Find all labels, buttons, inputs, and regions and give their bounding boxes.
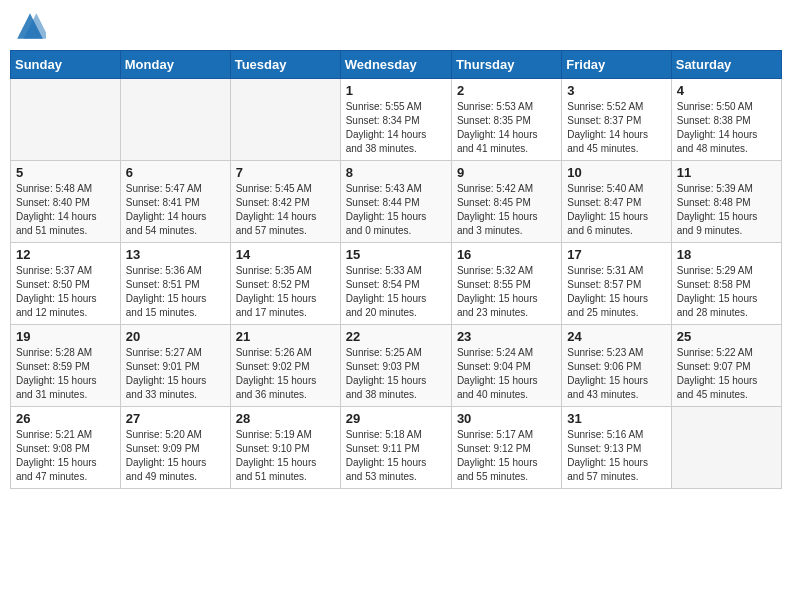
day-number: 12 <box>16 247 115 262</box>
calendar-cell: 1Sunrise: 5:55 AM Sunset: 8:34 PM Daylig… <box>340 79 451 161</box>
calendar-cell: 27Sunrise: 5:20 AM Sunset: 9:09 PM Dayli… <box>120 407 230 489</box>
day-number: 17 <box>567 247 665 262</box>
cell-info: Sunrise: 5:39 AM Sunset: 8:48 PM Dayligh… <box>677 182 776 238</box>
calendar-cell: 19Sunrise: 5:28 AM Sunset: 8:59 PM Dayli… <box>11 325 121 407</box>
day-number: 18 <box>677 247 776 262</box>
cell-info: Sunrise: 5:22 AM Sunset: 9:07 PM Dayligh… <box>677 346 776 402</box>
cell-info: Sunrise: 5:23 AM Sunset: 9:06 PM Dayligh… <box>567 346 665 402</box>
cell-info: Sunrise: 5:50 AM Sunset: 8:38 PM Dayligh… <box>677 100 776 156</box>
day-number: 25 <box>677 329 776 344</box>
calendar-cell: 6Sunrise: 5:47 AM Sunset: 8:41 PM Daylig… <box>120 161 230 243</box>
calendar-cell: 16Sunrise: 5:32 AM Sunset: 8:55 PM Dayli… <box>451 243 561 325</box>
calendar-cell: 23Sunrise: 5:24 AM Sunset: 9:04 PM Dayli… <box>451 325 561 407</box>
day-number: 2 <box>457 83 556 98</box>
header-saturday: Saturday <box>671 51 781 79</box>
calendar-cell: 11Sunrise: 5:39 AM Sunset: 8:48 PM Dayli… <box>671 161 781 243</box>
calendar-cell <box>230 79 340 161</box>
calendar-cell: 18Sunrise: 5:29 AM Sunset: 8:58 PM Dayli… <box>671 243 781 325</box>
calendar-cell: 4Sunrise: 5:50 AM Sunset: 8:38 PM Daylig… <box>671 79 781 161</box>
calendar-cell <box>11 79 121 161</box>
cell-info: Sunrise: 5:37 AM Sunset: 8:50 PM Dayligh… <box>16 264 115 320</box>
cell-info: Sunrise: 5:31 AM Sunset: 8:57 PM Dayligh… <box>567 264 665 320</box>
calendar-cell: 17Sunrise: 5:31 AM Sunset: 8:57 PM Dayli… <box>562 243 671 325</box>
calendar-cell: 12Sunrise: 5:37 AM Sunset: 8:50 PM Dayli… <box>11 243 121 325</box>
calendar-cell: 25Sunrise: 5:22 AM Sunset: 9:07 PM Dayli… <box>671 325 781 407</box>
day-number: 6 <box>126 165 225 180</box>
cell-info: Sunrise: 5:25 AM Sunset: 9:03 PM Dayligh… <box>346 346 446 402</box>
calendar-cell: 29Sunrise: 5:18 AM Sunset: 9:11 PM Dayli… <box>340 407 451 489</box>
calendar-week-1: 1Sunrise: 5:55 AM Sunset: 8:34 PM Daylig… <box>11 79 782 161</box>
day-number: 11 <box>677 165 776 180</box>
day-number: 27 <box>126 411 225 426</box>
day-number: 14 <box>236 247 335 262</box>
calendar-cell <box>120 79 230 161</box>
calendar-cell: 10Sunrise: 5:40 AM Sunset: 8:47 PM Dayli… <box>562 161 671 243</box>
day-number: 26 <box>16 411 115 426</box>
header-wednesday: Wednesday <box>340 51 451 79</box>
day-number: 15 <box>346 247 446 262</box>
logo-icon <box>14 10 46 42</box>
header-sunday: Sunday <box>11 51 121 79</box>
cell-info: Sunrise: 5:17 AM Sunset: 9:12 PM Dayligh… <box>457 428 556 484</box>
cell-info: Sunrise: 5:20 AM Sunset: 9:09 PM Dayligh… <box>126 428 225 484</box>
calendar-cell: 2Sunrise: 5:53 AM Sunset: 8:35 PM Daylig… <box>451 79 561 161</box>
cell-info: Sunrise: 5:53 AM Sunset: 8:35 PM Dayligh… <box>457 100 556 156</box>
day-number: 29 <box>346 411 446 426</box>
day-number: 1 <box>346 83 446 98</box>
calendar-week-5: 26Sunrise: 5:21 AM Sunset: 9:08 PM Dayli… <box>11 407 782 489</box>
day-number: 22 <box>346 329 446 344</box>
calendar-cell: 24Sunrise: 5:23 AM Sunset: 9:06 PM Dayli… <box>562 325 671 407</box>
cell-info: Sunrise: 5:33 AM Sunset: 8:54 PM Dayligh… <box>346 264 446 320</box>
calendar-week-3: 12Sunrise: 5:37 AM Sunset: 8:50 PM Dayli… <box>11 243 782 325</box>
header-thursday: Thursday <box>451 51 561 79</box>
cell-info: Sunrise: 5:16 AM Sunset: 9:13 PM Dayligh… <box>567 428 665 484</box>
calendar-cell: 3Sunrise: 5:52 AM Sunset: 8:37 PM Daylig… <box>562 79 671 161</box>
cell-info: Sunrise: 5:26 AM Sunset: 9:02 PM Dayligh… <box>236 346 335 402</box>
calendar-cell: 22Sunrise: 5:25 AM Sunset: 9:03 PM Dayli… <box>340 325 451 407</box>
day-number: 24 <box>567 329 665 344</box>
calendar-cell: 21Sunrise: 5:26 AM Sunset: 9:02 PM Dayli… <box>230 325 340 407</box>
calendar-cell <box>671 407 781 489</box>
header-monday: Monday <box>120 51 230 79</box>
cell-info: Sunrise: 5:27 AM Sunset: 9:01 PM Dayligh… <box>126 346 225 402</box>
day-number: 28 <box>236 411 335 426</box>
day-number: 31 <box>567 411 665 426</box>
page-header <box>10 10 782 42</box>
day-number: 23 <box>457 329 556 344</box>
cell-info: Sunrise: 5:42 AM Sunset: 8:45 PM Dayligh… <box>457 182 556 238</box>
day-number: 21 <box>236 329 335 344</box>
cell-info: Sunrise: 5:55 AM Sunset: 8:34 PM Dayligh… <box>346 100 446 156</box>
cell-info: Sunrise: 5:48 AM Sunset: 8:40 PM Dayligh… <box>16 182 115 238</box>
header-tuesday: Tuesday <box>230 51 340 79</box>
cell-info: Sunrise: 5:28 AM Sunset: 8:59 PM Dayligh… <box>16 346 115 402</box>
cell-info: Sunrise: 5:32 AM Sunset: 8:55 PM Dayligh… <box>457 264 556 320</box>
cell-info: Sunrise: 5:36 AM Sunset: 8:51 PM Dayligh… <box>126 264 225 320</box>
calendar-cell: 13Sunrise: 5:36 AM Sunset: 8:51 PM Dayli… <box>120 243 230 325</box>
cell-info: Sunrise: 5:45 AM Sunset: 8:42 PM Dayligh… <box>236 182 335 238</box>
calendar-header-row: SundayMondayTuesdayWednesdayThursdayFrid… <box>11 51 782 79</box>
calendar-cell: 5Sunrise: 5:48 AM Sunset: 8:40 PM Daylig… <box>11 161 121 243</box>
cell-info: Sunrise: 5:21 AM Sunset: 9:08 PM Dayligh… <box>16 428 115 484</box>
calendar-cell: 28Sunrise: 5:19 AM Sunset: 9:10 PM Dayli… <box>230 407 340 489</box>
calendar-week-4: 19Sunrise: 5:28 AM Sunset: 8:59 PM Dayli… <box>11 325 782 407</box>
header-friday: Friday <box>562 51 671 79</box>
day-number: 9 <box>457 165 556 180</box>
cell-info: Sunrise: 5:47 AM Sunset: 8:41 PM Dayligh… <box>126 182 225 238</box>
day-number: 19 <box>16 329 115 344</box>
day-number: 10 <box>567 165 665 180</box>
logo <box>14 10 50 42</box>
day-number: 16 <box>457 247 556 262</box>
calendar-cell: 31Sunrise: 5:16 AM Sunset: 9:13 PM Dayli… <box>562 407 671 489</box>
day-number: 13 <box>126 247 225 262</box>
calendar-cell: 9Sunrise: 5:42 AM Sunset: 8:45 PM Daylig… <box>451 161 561 243</box>
day-number: 20 <box>126 329 225 344</box>
day-number: 8 <box>346 165 446 180</box>
day-number: 30 <box>457 411 556 426</box>
day-number: 5 <box>16 165 115 180</box>
cell-info: Sunrise: 5:24 AM Sunset: 9:04 PM Dayligh… <box>457 346 556 402</box>
calendar-cell: 7Sunrise: 5:45 AM Sunset: 8:42 PM Daylig… <box>230 161 340 243</box>
cell-info: Sunrise: 5:35 AM Sunset: 8:52 PM Dayligh… <box>236 264 335 320</box>
day-number: 3 <box>567 83 665 98</box>
calendar-cell: 14Sunrise: 5:35 AM Sunset: 8:52 PM Dayli… <box>230 243 340 325</box>
calendar-cell: 15Sunrise: 5:33 AM Sunset: 8:54 PM Dayli… <box>340 243 451 325</box>
